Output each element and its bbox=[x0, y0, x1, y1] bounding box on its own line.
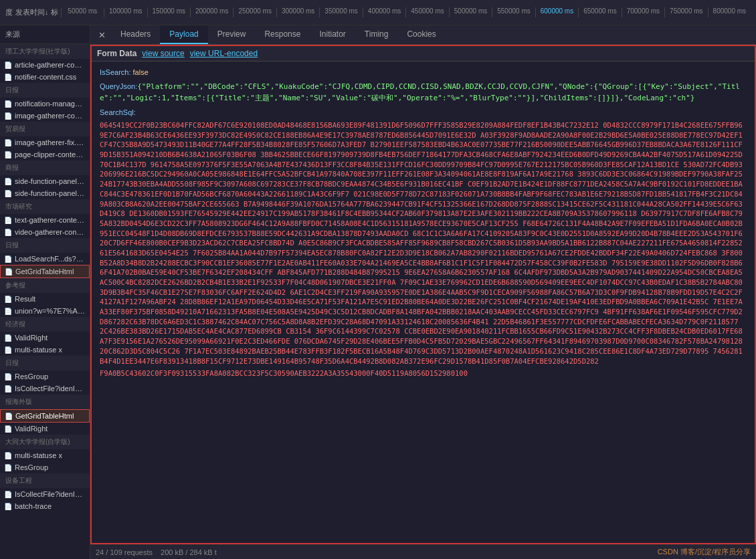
file-icon: 📄 bbox=[4, 385, 12, 393]
payload-content: Form Data view source view URL-encoded I… bbox=[90, 45, 756, 544]
timeline-bar: 度 发表时间↓ 标 50000 ms100000 ms150000 ms2000… bbox=[0, 0, 756, 25]
sidebar-item[interactable]: 📄IsCollectFile?idenID=WeEvREc... bbox=[0, 488, 90, 500]
tab-response[interactable]: Response bbox=[255, 25, 310, 44]
sidebar-item[interactable]: 📄multi-statuse x bbox=[0, 344, 90, 356]
sidebar-item[interactable]: 📄image-gatherer-content.css bbox=[0, 110, 90, 122]
sidebar-item[interactable]: 📄page-clipper-content.css bbox=[0, 148, 90, 160]
sidebar-item-label: batch-trace bbox=[15, 502, 52, 510]
sidebar-item[interactable]: 📄batch-trace bbox=[0, 500, 90, 512]
file-icon: 📄 bbox=[4, 100, 12, 108]
file-icon: 📄 bbox=[4, 178, 12, 185]
sidebar-item-label: side-function-panel-fix.css bbox=[15, 189, 86, 197]
file-icon: 📄 bbox=[4, 308, 12, 315]
view-url-encoded-link[interactable]: view URL-encoded bbox=[190, 49, 258, 58]
timeline-tick: 300000 ms bbox=[276, 7, 319, 17]
main-content: 来源 理工大学学报(社学版)📄article-gatherer-content.… bbox=[0, 25, 756, 559]
sidebar-item-label: Result bbox=[15, 295, 35, 303]
sidebar-item-label: union?w=%7E7%A2%B3%E4%B... bbox=[15, 307, 86, 315]
sidebar-item[interactable]: 📄Result bbox=[0, 293, 90, 305]
sidebar-item[interactable]: 📄side-function-panel-content.css bbox=[0, 175, 90, 187]
payload-toolbar: Form Data view source view URL-encoded bbox=[92, 46, 755, 62]
timeline-tick: 50000 ms bbox=[61, 7, 104, 17]
file-icon: 📄 bbox=[4, 229, 12, 236]
sidebar-section-label: 日报 bbox=[0, 238, 90, 253]
sidebar-item[interactable]: 📄video-gatherer-content.css bbox=[0, 226, 90, 238]
sidebar-item[interactable]: 📄ResGroup bbox=[0, 461, 90, 473]
sidebar-section-label: 理工大学学报(社学版) bbox=[0, 44, 90, 59]
file-icon: 📄 bbox=[4, 74, 12, 81]
tab-preview[interactable]: Preview bbox=[208, 25, 256, 44]
file-icon: 📄 bbox=[5, 268, 13, 275]
sidebar-item[interactable]: 📄multi-statuse x bbox=[0, 449, 90, 461]
file-icon: 📄 bbox=[4, 425, 12, 433]
sidebar-item-label: IsCollectFile?idenID=WFEv8Fc... bbox=[15, 384, 86, 393]
sidebar-item[interactable]: 📄ValidRight bbox=[0, 332, 90, 344]
sidebar-header-label: 来源 bbox=[5, 29, 20, 39]
sidebar-item[interactable]: 📄text-gatherer-content.css bbox=[0, 214, 90, 226]
is-search-field: IsSearch: false bbox=[100, 67, 747, 78]
tab-initiator[interactable]: Initiator bbox=[310, 25, 355, 44]
view-source-link[interactable]: view source bbox=[142, 49, 184, 58]
tab-close-button[interactable]: ✕ bbox=[93, 26, 111, 44]
sidebar-item-label: video-gatherer-content.css bbox=[15, 228, 86, 236]
sidebar-item-label: image-gatherer-fix.css bbox=[15, 138, 86, 146]
timeline-tick: 700000 ms bbox=[622, 7, 664, 17]
timeline-label: 度 bbox=[5, 7, 13, 17]
sidebar-header: 来源 bbox=[0, 25, 90, 44]
tab-cookies[interactable]: Cookies bbox=[397, 25, 445, 44]
sidebar-item[interactable]: 📄ResGroup bbox=[0, 370, 90, 382]
sidebar-item[interactable]: 📄side-function-panel-fix.css bbox=[0, 187, 90, 199]
payload-body[interactable]: IsSearch: false QueryJson:{"Platform":""… bbox=[92, 62, 755, 543]
publish-time-label: 发表时间↓ 标 bbox=[15, 7, 58, 17]
file-icon: 📄 bbox=[4, 151, 12, 158]
status-bar: 24 / 109 requests 200 kB / 284 kB t CSDN… bbox=[90, 544, 756, 559]
tab-payload[interactable]: Payload bbox=[160, 25, 207, 44]
sidebar-item-label: text-gatherer-content.css bbox=[15, 216, 86, 224]
sidebar-item[interactable]: 📄GetGridTableHtml bbox=[0, 265, 90, 278]
timeline-tick: 800000 ms bbox=[708, 7, 751, 17]
sidebar-section-label: 大同大学学报(自学版) bbox=[0, 435, 90, 449]
file-icon: 📄 bbox=[4, 217, 12, 224]
sidebar-list: 理工大学学报(社学版)📄article-gatherer-content.css… bbox=[0, 44, 90, 559]
timeline-tick: 450000 ms bbox=[405, 7, 448, 17]
sidebar-section-label: 经济报 bbox=[0, 317, 90, 332]
size-info: 200 kB / 284 kB t bbox=[161, 548, 217, 556]
sidebar-section-label: 市场研究 bbox=[0, 199, 90, 214]
sidebar-item-label: notification-manager-content... bbox=[15, 100, 86, 108]
sidebar-item-label: side-function-panel-content.css bbox=[15, 177, 86, 185]
file-icon: 📄 bbox=[4, 139, 12, 146]
sidebar-item[interactable]: 📄LoadSearchF...ds?doc...=CF... bbox=[0, 253, 90, 265]
timeline-tick: 250000 ms bbox=[233, 7, 276, 17]
sidebar-item[interactable]: 📄union?w=%7E7%A2%B3%E4%B... bbox=[0, 305, 90, 317]
sidebar-item[interactable]: 📄IsCollectFile?idenID=WFEv8Fc... bbox=[0, 382, 90, 395]
timeline-tick: 200000 ms bbox=[190, 7, 233, 17]
sidebar-section-label: 贸易报 bbox=[0, 122, 90, 136]
sidebar-item-label: notifier-content.css bbox=[15, 73, 76, 81]
sidebar-item-label: article-gatherer-content.css bbox=[15, 61, 86, 69]
sidebar-item[interactable]: 📄GetGridTableHtml bbox=[0, 409, 90, 423]
timeline-tick: 100000 ms bbox=[104, 7, 147, 17]
file-icon: 📄 bbox=[4, 491, 12, 498]
timeline-ticks: 50000 ms100000 ms150000 ms200000 ms25000… bbox=[61, 7, 751, 17]
file-icon: 📄 bbox=[4, 452, 12, 459]
tab-headers[interactable]: Headers bbox=[111, 25, 160, 44]
sidebar-item[interactable]: 📄notifier-content.css bbox=[0, 71, 90, 83]
sidebar-section-label: 设备工程 bbox=[0, 473, 90, 488]
sidebar-item-label: ResGroup bbox=[15, 372, 48, 380]
sidebar-item[interactable]: 📄notification-manager-content... bbox=[0, 98, 90, 110]
right-panel: ✕ HeadersPayloadPreviewResponseInitiator… bbox=[90, 25, 756, 559]
sidebar-item[interactable]: 📄article-gatherer-content.css bbox=[0, 59, 90, 71]
sidebar-item[interactable]: 📄ValidRight bbox=[0, 423, 90, 435]
search-sql-field: SearchSql: bbox=[100, 107, 747, 118]
file-icon: 📄 bbox=[4, 373, 12, 380]
sidebar-section-label: 日报 bbox=[0, 83, 90, 98]
sidebar-item-label: multi-statuse x bbox=[15, 451, 62, 459]
requests-count: 24 / 109 requests bbox=[96, 548, 153, 556]
timeline-tick: 500000 ms bbox=[449, 7, 492, 17]
file-icon: 📄 bbox=[4, 190, 12, 197]
sidebar-item[interactable]: 📄image-gatherer-fix.css bbox=[0, 136, 90, 148]
tab-timing[interactable]: Timing bbox=[355, 25, 398, 44]
sidebar-section-label: 报海外版 bbox=[0, 395, 90, 409]
sidebar-item-label: image-gatherer-content.css bbox=[15, 112, 86, 120]
sidebar-item-label: ResGroup bbox=[15, 463, 48, 471]
